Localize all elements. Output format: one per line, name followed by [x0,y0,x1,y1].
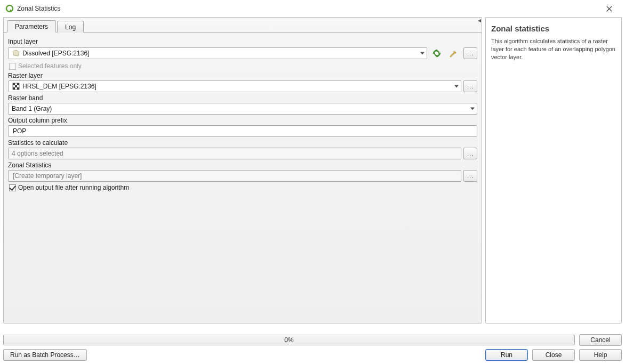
output-prefix-input[interactable] [8,125,477,137]
tab-content-parameters: Input layer Dissolved [EPSG:2136] [4,32,482,323]
run-button[interactable]: Run [485,349,528,361]
tabs: Parameters Log [4,18,482,32]
raster-layer-icon [12,82,20,91]
chevron-down-icon [420,52,424,55]
help-title: Zonal statistics [491,24,616,33]
svg-rect-6 [13,83,15,85]
polygon-layer-icon [12,49,20,58]
output-layer-input[interactable] [8,170,461,182]
input-layer-combo[interactable]: Dissolved [EPSG:2136] [8,47,427,59]
label-input-layer: Input layer [8,38,477,45]
raster-layer-combo[interactable]: HRSL_DEM [EPSG:2136] [8,80,461,92]
output-layer-field[interactable] [12,172,458,180]
help-panel: Zonal statistics This algorithm calculat… [485,17,622,323]
tab-parameters[interactable]: Parameters [7,20,56,33]
buttons-row: Run as Batch Process… Run Close Help [3,349,622,361]
svg-rect-10 [17,87,19,90]
statistics-browse-button[interactable]: ... [463,148,477,159]
upper-area: ◂ Parameters Log Input layer Dissolved [… [3,17,622,323]
chevron-down-icon [454,85,459,88]
svg-rect-7 [17,83,19,85]
raster-layer-browse-button[interactable]: ... [463,80,477,92]
label-output-prefix: Output column prefix [8,117,477,124]
iterate-features-button[interactable] [429,46,444,60]
label-output-layer: Zonal Statistics [8,161,477,169]
label-statistics: Statistics to calculate [8,139,477,147]
svg-rect-9 [13,87,15,90]
ellipsis-icon: ... [467,151,474,157]
svg-rect-8 [15,85,17,87]
raster-layer-value: HRSL_DEM [EPSG:2136] [22,83,97,90]
output-prefix-field[interactable] [12,127,474,135]
help-button[interactable]: Help [579,349,622,361]
input-layer-browse-button[interactable]: ... [463,47,477,59]
cancel-button[interactable]: Cancel [579,334,622,346]
advanced-options-button[interactable] [446,46,461,60]
open-output-label: Open output file after running algorithm [18,184,129,191]
progress-bar: 0% [3,335,575,345]
app-q-icon [5,4,14,13]
label-raster-layer: Raster layer [8,72,477,79]
window-close-button[interactable] [598,0,620,17]
progress-text: 0% [284,336,293,344]
close-button[interactable]: Close [532,349,575,361]
open-output-checkbox[interactable]: Open output file after running algorithm [9,184,477,191]
raster-band-combo[interactable]: Band 1 (Gray) [8,103,477,115]
ellipsis-icon: ... [467,51,474,56]
chevron-down-icon [470,108,475,110]
dialog-window: Zonal Statistics ◂ Parameters Log Input … [0,0,625,364]
title-bar: Zonal Statistics [0,0,625,17]
ellipsis-icon: ... [467,84,474,90]
statistics-value: 4 options selected [12,150,63,157]
window-title: Zonal Statistics [17,5,60,12]
svg-marker-2 [13,50,19,56]
run-batch-button[interactable]: Run as Batch Process… [3,349,87,361]
output-layer-browse-button[interactable]: ... [463,170,477,182]
label-raster-band: Raster band [8,94,477,102]
ellipsis-icon: ... [467,173,474,179]
progress-row: 0% Cancel [3,334,622,346]
tab-log[interactable]: Log [57,21,84,33]
selected-features-only-label: Selected features only [18,62,82,70]
help-body: This algorithm calculates statistics of … [491,37,616,61]
parameters-panel: ◂ Parameters Log Input layer Dissolved [… [3,17,482,323]
raster-band-value: Band 1 (Gray) [12,105,52,112]
statistics-select[interactable]: 4 options selected [8,148,461,159]
selected-features-only-checkbox: Selected features only [9,62,477,70]
dialog-body: ◂ Parameters Log Input layer Dissolved [… [3,17,622,361]
input-layer-value: Dissolved [EPSG:2136] [22,50,89,57]
